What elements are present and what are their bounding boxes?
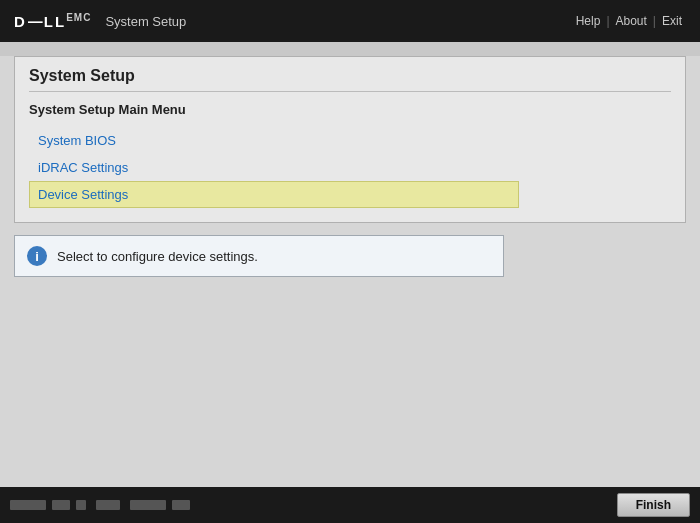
main-content: System Setup System Setup Main Menu Syst… bbox=[0, 56, 700, 501]
status-block-6 bbox=[172, 500, 190, 510]
dell-logo: D⸻LLEMC bbox=[14, 12, 91, 30]
help-link[interactable]: Help bbox=[572, 14, 605, 28]
status-block-4 bbox=[96, 500, 120, 510]
menu-item-idrac-settings[interactable]: iDRAC Settings bbox=[29, 154, 671, 181]
setup-panel-title: System Setup bbox=[29, 67, 671, 92]
topbar: D⸻LLEMC System Setup Help | About | Exit bbox=[0, 0, 700, 42]
menu-item-system-bios[interactable]: System BIOS bbox=[29, 127, 671, 154]
setup-panel: System Setup System Setup Main Menu Syst… bbox=[14, 56, 686, 223]
info-box: i Select to configure device settings. bbox=[14, 235, 504, 277]
nav-sep-2: | bbox=[651, 14, 658, 28]
finish-button[interactable]: Finish bbox=[617, 493, 690, 517]
about-link[interactable]: About bbox=[612, 14, 651, 28]
menu-item-device-settings[interactable]: Device Settings bbox=[29, 181, 519, 208]
emc-text: EMC bbox=[66, 12, 91, 23]
logo-area: D⸻LLEMC System Setup bbox=[14, 12, 186, 30]
app-title: System Setup bbox=[105, 14, 186, 29]
menu-title: System Setup Main Menu bbox=[29, 102, 671, 117]
topbar-nav: Help | About | Exit bbox=[572, 14, 686, 28]
status-block-5 bbox=[130, 500, 166, 510]
info-text: Select to configure device settings. bbox=[57, 249, 258, 264]
status-block-3 bbox=[76, 500, 86, 510]
info-icon: i bbox=[27, 246, 47, 266]
bottom-status-area bbox=[10, 500, 617, 510]
bottombar: Finish bbox=[0, 487, 700, 523]
nav-sep-1: | bbox=[604, 14, 611, 28]
exit-link[interactable]: Exit bbox=[658, 14, 686, 28]
status-block-2 bbox=[52, 500, 70, 510]
status-block-1 bbox=[10, 500, 46, 510]
